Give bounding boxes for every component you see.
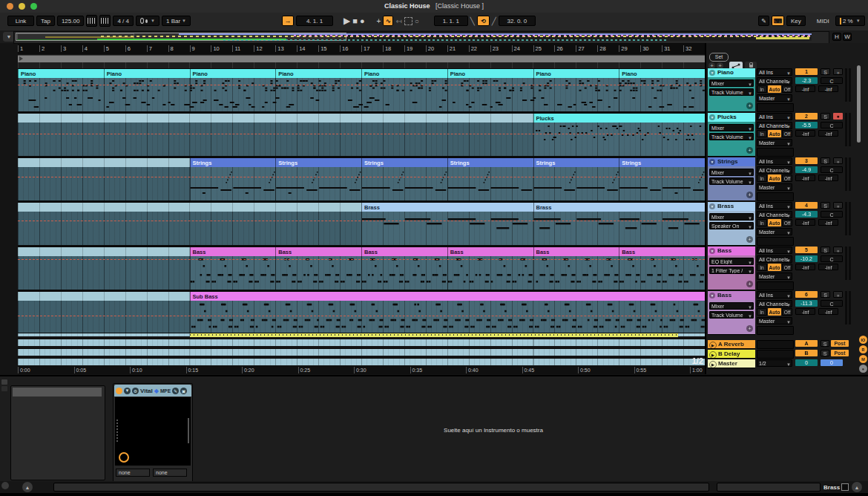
input-routing[interactable]: All Ins▼ <box>757 157 792 165</box>
param-slot-2[interactable]: none <box>153 469 187 477</box>
monitor-in[interactable]: In <box>757 264 767 271</box>
pan-field[interactable]: C <box>821 211 843 218</box>
device-chooser[interactable]: Mixer▼ <box>709 79 754 87</box>
extra-routing-box[interactable] <box>757 326 794 335</box>
automation-line[interactable] <box>18 259 705 260</box>
monitor-auto[interactable]: Auto <box>768 130 781 137</box>
input-channel[interactable]: All Channels▼ <box>757 211 792 218</box>
return-badge[interactable]: B <box>795 350 818 356</box>
monitor-off[interactable]: Off <box>782 85 792 93</box>
clip-content-lane[interactable] <box>18 167 705 202</box>
fold-track-icon[interactable]: ▼ <box>709 203 715 209</box>
return-track-lane[interactable] <box>18 339 705 346</box>
device-chooser[interactable]: EQ Eight▼ <box>709 258 754 265</box>
monitor-in[interactable]: In <box>757 219 767 226</box>
track-name-bar[interactable]: ▼Piano <box>708 68 755 77</box>
volume-field[interactable]: -10.2 <box>795 255 818 262</box>
hot-swap-icon[interactable]: ⚙ <box>132 388 139 394</box>
volume-field[interactable]: -5.5 <box>795 122 818 128</box>
track-number-button[interactable]: 1 <box>795 68 818 75</box>
meter-right-value[interactable]: -inf <box>818 308 838 315</box>
monitor-auto[interactable]: Auto <box>768 219 781 226</box>
monitor-in[interactable]: In <box>757 308 767 316</box>
device-chooser[interactable]: Mixer▼ <box>709 124 754 131</box>
pan-field[interactable]: C <box>821 122 843 128</box>
automation-arm-button[interactable]: ∿ <box>383 16 393 26</box>
plugin-panel[interactable] <box>115 397 191 466</box>
midi-map-button[interactable]: MIDI <box>813 16 833 26</box>
show-info-view-button[interactable]: ▲ <box>22 482 33 492</box>
monitor-switch[interactable]: InAutoOff <box>757 130 792 137</box>
arrangement-position-field[interactable]: 4. 1. 1 <box>296 16 333 26</box>
track-name-bar[interactable]: ▼Bass <box>708 291 755 300</box>
input-routing[interactable]: All Ins▼ <box>757 68 792 76</box>
extra-routing-box[interactable] <box>757 148 794 157</box>
punch-in-button[interactable]: ╲ <box>470 17 475 25</box>
device-chooser[interactable]: Mixer▼ <box>709 169 754 176</box>
loop-marker-lane[interactable] <box>18 62 705 68</box>
save-preset-icon[interactable]: ▣ <box>180 388 187 394</box>
meter-left-value[interactable]: -inf <box>795 174 815 181</box>
automation-param-chooser[interactable]: 1 Filter Type /▼ <box>709 267 754 274</box>
input-channel[interactable]: All Channels▼ <box>757 77 792 85</box>
computer-midi-keyboard-button[interactable]: ⌨ <box>772 16 784 26</box>
metronome-toggle[interactable]: ▼ <box>136 16 160 26</box>
beat-time-ruler[interactable]: 1234567891011121314151617181920212223242… <box>18 44 705 54</box>
automation-line[interactable] <box>18 316 705 316</box>
add-automation-lane-button[interactable]: + <box>746 325 753 332</box>
input-routing[interactable]: All Ins▼ <box>757 202 792 209</box>
automation-line[interactable] <box>18 221 705 221</box>
clip-title-lane[interactable]: Plucks <box>18 113 705 123</box>
pan-field[interactable]: C <box>821 166 843 173</box>
cue-out-chooser[interactable]: 1/2▼ <box>757 359 792 367</box>
edit-plugin-icon[interactable]: ✎ <box>172 388 179 394</box>
track-number-button[interactable]: 2 <box>795 113 818 120</box>
automation-param-chooser[interactable]: Track Volume▼ <box>709 133 754 140</box>
track-header[interactable]: ▼BrassMixer▼Speaker On▼+ <box>708 202 755 246</box>
extra-routing-box[interactable] <box>757 237 794 246</box>
tap-tempo-button[interactable]: Tap <box>36 16 55 26</box>
solo-button[interactable]: S <box>821 291 830 298</box>
track-name-bar[interactable]: ▼Plucks <box>708 113 755 122</box>
monitor-in[interactable]: In <box>757 130 767 137</box>
overdub-button[interactable]: + <box>377 17 381 25</box>
re-enable-automation-button[interactable]: ↤ <box>395 17 401 25</box>
show-detail-view-button[interactable]: ▲ <box>852 482 862 492</box>
track-number-button[interactable]: 4 <box>795 202 818 209</box>
add-automation-lane-button[interactable]: + <box>746 192 753 198</box>
monitor-off[interactable]: Off <box>782 219 792 226</box>
return-track-lane[interactable] <box>18 358 705 365</box>
clip-title-lane[interactable]: BassBassBassBassBassBass <box>18 247 705 256</box>
master-pan-field[interactable]: 0 <box>821 359 843 366</box>
show-browser-button[interactable] <box>1 482 9 489</box>
show-io-toggle[interactable]: IO <box>859 336 867 344</box>
meter-left-value[interactable]: -inf <box>795 308 815 315</box>
track-header[interactable]: ▼StringsMixer▼Track Volume▼+ <box>708 157 755 201</box>
add-automation-lane-button[interactable]: + <box>746 236 753 243</box>
monitor-auto[interactable]: Auto <box>768 308 781 316</box>
monitor-switch[interactable]: InAutoOff <box>757 264 792 271</box>
return-track-name-bar[interactable]: ▶A Reverb <box>708 340 755 349</box>
arm-button[interactable]: ● <box>833 113 843 120</box>
arm-button[interactable]: ● <box>833 157 843 164</box>
input-routing[interactable]: All Ins▼ <box>757 247 792 254</box>
record-button[interactable]: ● <box>360 16 365 25</box>
link-button[interactable]: Link <box>7 16 34 26</box>
volume-field[interactable]: -2.3 <box>795 77 818 84</box>
fold-track-icon[interactable]: ▼ <box>709 70 715 76</box>
show-m-toggle[interactable]: M <box>859 355 867 363</box>
quantization-menu[interactable]: 1 Bar ▼ <box>162 16 191 26</box>
pan-field[interactable]: C <box>821 300 843 307</box>
add-automation-lane-button[interactable]: + <box>746 281 753 287</box>
track-number-button[interactable]: 6 <box>795 291 818 298</box>
monitor-switch[interactable]: InAutoOff <box>757 308 792 316</box>
drag-handle[interactable] <box>116 420 118 442</box>
return-routing-box[interactable] <box>757 350 794 359</box>
monitor-switch[interactable]: InAutoOff <box>757 219 792 226</box>
return-track-name-bar[interactable]: ▶Master <box>708 359 755 368</box>
automation-line[interactable] <box>18 134 705 134</box>
cpu-meter[interactable]: 2 % ▼ <box>835 16 865 26</box>
clip-view-selector-icon[interactable] <box>1 379 7 385</box>
fold-track-icon[interactable]: ▼ <box>709 248 715 254</box>
pre-post-toggle[interactable]: Post <box>831 340 849 347</box>
